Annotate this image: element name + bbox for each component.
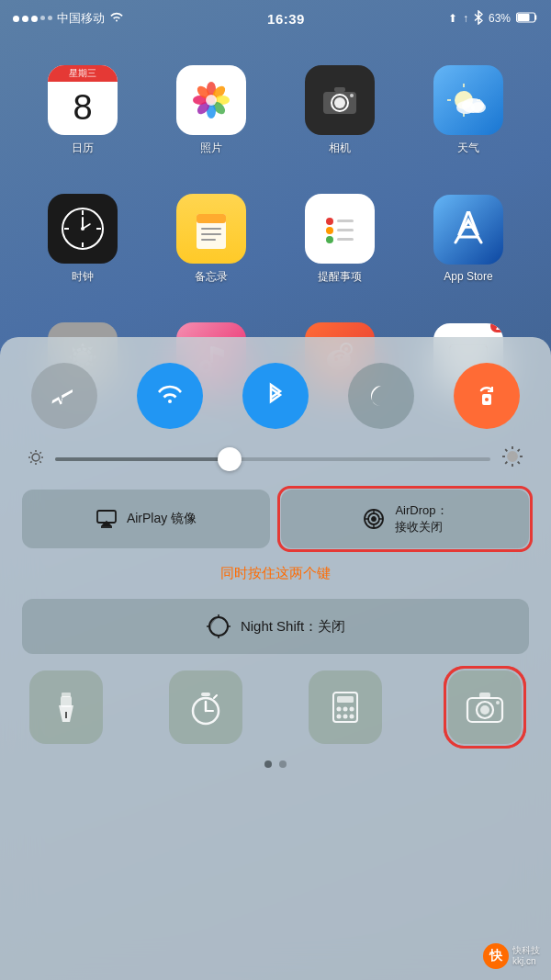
rotation-lock-button[interactable] bbox=[454, 363, 520, 429]
svg-point-58 bbox=[485, 398, 489, 401]
airplay-button[interactable]: AirPlay 镜像 bbox=[22, 490, 270, 548]
timer-button[interactable] bbox=[169, 670, 242, 744]
svg-point-106 bbox=[480, 705, 489, 715]
svg-point-39 bbox=[326, 227, 333, 234]
photos-label: 照片 bbox=[200, 141, 222, 156]
do-not-disturb-button[interactable] bbox=[348, 363, 414, 429]
svg-point-16 bbox=[350, 94, 354, 97]
calculator-button[interactable] bbox=[309, 670, 382, 744]
calendar-icon: 星期三 8 bbox=[48, 65, 118, 135]
night-shift-button[interactable]: Night Shift：关闭 bbox=[22, 599, 529, 654]
svg-rect-35 bbox=[201, 228, 221, 230]
app-reminders[interactable]: 提醒事项 bbox=[276, 175, 404, 303]
svg-rect-94 bbox=[201, 693, 210, 696]
calendar-date: 8 bbox=[73, 82, 92, 135]
svg-point-59 bbox=[32, 454, 39, 461]
upload-icon: ⬆ bbox=[448, 12, 457, 25]
svg-rect-89 bbox=[62, 693, 71, 697]
svg-point-40 bbox=[326, 236, 333, 243]
weather-icon bbox=[433, 65, 503, 135]
clock-label: 时钟 bbox=[72, 269, 94, 285]
gmail-badge: 2 bbox=[490, 323, 503, 332]
svg-point-99 bbox=[343, 707, 348, 712]
brightness-fill bbox=[55, 457, 230, 461]
svg-line-64 bbox=[30, 452, 31, 453]
svg-rect-36 bbox=[201, 233, 221, 235]
svg-line-74 bbox=[518, 462, 520, 464]
status-right: ⬆ ↑ 63% bbox=[448, 10, 538, 28]
signal-dot-1 bbox=[13, 16, 19, 22]
camera-app-icon bbox=[305, 65, 375, 135]
page-dots bbox=[22, 760, 529, 775]
brightness-row bbox=[22, 445, 529, 473]
app-calendar[interactable]: 星期三 8 日历 bbox=[18, 46, 147, 175]
reminders-icon bbox=[305, 194, 375, 264]
weather-label: 天气 bbox=[457, 141, 479, 156]
app-camera[interactable]: 相机 bbox=[276, 46, 404, 175]
wifi-icon bbox=[109, 12, 124, 26]
svg-point-82 bbox=[209, 617, 228, 636]
bluetooth-toggle-button[interactable] bbox=[242, 363, 309, 429]
svg-point-98 bbox=[337, 707, 342, 712]
svg-point-108 bbox=[496, 701, 500, 704]
svg-point-81 bbox=[372, 517, 376, 521]
app-clock[interactable]: 时钟 bbox=[18, 175, 147, 303]
battery-label: 63% bbox=[489, 12, 511, 25]
app-photos[interactable]: 照片 bbox=[147, 46, 276, 175]
signal-dot-2 bbox=[22, 16, 28, 22]
svg-rect-88 bbox=[61, 696, 72, 707]
svg-point-68 bbox=[508, 452, 517, 461]
svg-rect-43 bbox=[337, 238, 354, 241]
svg-rect-97 bbox=[337, 696, 354, 703]
svg-point-14 bbox=[334, 97, 345, 108]
svg-rect-15 bbox=[334, 87, 345, 92]
app-notes[interactable]: 备忘录 bbox=[147, 175, 276, 303]
brightness-max-icon bbox=[501, 445, 523, 473]
svg-point-38 bbox=[326, 218, 333, 225]
svg-line-67 bbox=[30, 461, 31, 462]
control-center: AirPlay 镜像 AirDrop： 接收关闭 同时按住这两个键 bbox=[0, 337, 551, 980]
status-left: 中国移动 bbox=[13, 10, 124, 27]
svg-rect-107 bbox=[479, 693, 490, 698]
svg-point-24 bbox=[471, 102, 486, 113]
svg-point-101 bbox=[337, 715, 342, 719]
svg-line-73 bbox=[505, 449, 507, 451]
page-dot-2 bbox=[279, 760, 287, 768]
camera-label: 相机 bbox=[329, 141, 351, 156]
svg-point-100 bbox=[350, 707, 354, 712]
svg-rect-1 bbox=[518, 14, 530, 21]
calendar-day: 星期三 bbox=[48, 65, 118, 82]
annotation-text: 同时按住这两个键 bbox=[22, 565, 529, 582]
flashlight-button[interactable] bbox=[29, 670, 103, 744]
time-display: 16:39 bbox=[267, 11, 305, 27]
camera-quick-button[interactable] bbox=[448, 670, 522, 744]
nightshift-label: Night Shift：关闭 bbox=[241, 618, 345, 636]
brightness-min-icon bbox=[28, 449, 44, 470]
wifi-toggle-button[interactable] bbox=[137, 363, 203, 429]
svg-rect-41 bbox=[337, 220, 354, 222]
svg-point-102 bbox=[343, 715, 348, 719]
app-weather[interactable]: 天气 bbox=[404, 46, 533, 175]
app-appstore[interactable]: A App Store bbox=[404, 175, 533, 303]
brightness-track[interactable] bbox=[55, 457, 490, 461]
arrow-icon: ↑ bbox=[463, 12, 468, 25]
clock-icon bbox=[48, 194, 118, 264]
airplane-mode-button[interactable] bbox=[31, 363, 97, 429]
carrier-label: 中国移动 bbox=[57, 10, 105, 27]
toggle-row bbox=[22, 363, 529, 429]
airplay-airdrop-row: AirPlay 镜像 AirDrop： 接收关闭 bbox=[22, 490, 529, 548]
cc-content: AirPlay 镜像 AirDrop： 接收关闭 同时按住这两个键 bbox=[0, 337, 551, 980]
reminders-label: 提醒事项 bbox=[318, 269, 362, 285]
svg-line-76 bbox=[505, 462, 507, 464]
svg-line-95 bbox=[214, 695, 217, 698]
airdrop-label: AirDrop： 接收关闭 bbox=[395, 502, 447, 535]
airdrop-button[interactable]: AirDrop： 接收关闭 bbox=[281, 490, 529, 548]
svg-point-103 bbox=[350, 715, 354, 719]
page-dot-1 bbox=[264, 760, 272, 768]
watermark-text: 快科技 kkj.cn bbox=[512, 945, 540, 967]
status-bar: 中国移动 16:39 ⬆ ↑ 63% bbox=[0, 0, 551, 37]
svg-line-75 bbox=[518, 449, 520, 451]
bluetooth-icon bbox=[474, 10, 483, 28]
quick-actions-row bbox=[22, 670, 529, 744]
appstore-label: App Store bbox=[444, 270, 492, 283]
